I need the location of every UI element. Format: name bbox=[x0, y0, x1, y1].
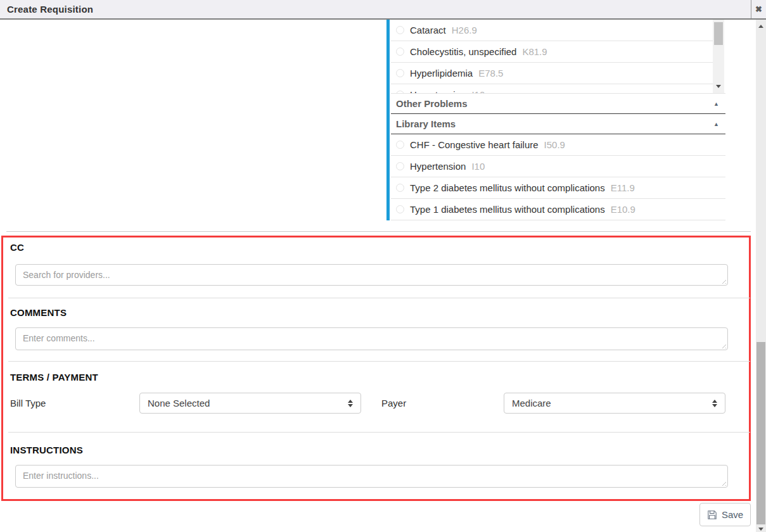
collapse-icon[interactable]: ▲ bbox=[713, 121, 719, 127]
problem-code: E78.5 bbox=[478, 68, 503, 79]
problem-code: E11.9 bbox=[611, 182, 635, 193]
radio-icon[interactable] bbox=[396, 69, 404, 77]
instructions-label: INSTRUCTIONS bbox=[10, 445, 83, 455]
library-item-row[interactable]: CHF - Congestive heart failure I50.9 bbox=[391, 134, 725, 156]
scroll-up-icon[interactable] bbox=[758, 25, 763, 28]
problem-list-panel: Cataract H26.9 Cholecystitis, unspecifie… bbox=[386, 20, 725, 221]
comments-textarea[interactable] bbox=[15, 327, 728, 350]
problem-row[interactable]: Hypertension I10 bbox=[391, 84, 713, 93]
problem-label: Cataract bbox=[410, 25, 446, 35]
save-floppy-icon bbox=[707, 510, 717, 520]
problem-code: E10.9 bbox=[611, 204, 635, 215]
list-scrollbar[interactable] bbox=[713, 20, 724, 93]
accent-bar bbox=[386, 20, 390, 220]
section-label: Library Items bbox=[396, 118, 456, 129]
radio-icon[interactable] bbox=[396, 26, 404, 34]
problem-code: K81.9 bbox=[522, 46, 547, 57]
problem-label: Cholecystitis, unspecified bbox=[410, 46, 516, 57]
instructions-textarea[interactable] bbox=[15, 465, 728, 488]
collapse-icon[interactable]: ▲ bbox=[713, 101, 719, 107]
bill-type-select[interactable]: None Selected bbox=[139, 393, 361, 414]
problem-row[interactable]: Cholecystitis, unspecified K81.9 bbox=[391, 41, 713, 63]
form-divider bbox=[8, 432, 750, 433]
radio-icon[interactable] bbox=[396, 141, 404, 149]
library-item-row[interactable]: Hypertension I10 bbox=[391, 156, 725, 177]
modal-header: Create Requisition bbox=[0, 0, 766, 20]
list-scrollbar-thumb[interactable] bbox=[714, 22, 723, 45]
cc-input[interactable] bbox=[15, 264, 728, 286]
form-divider bbox=[8, 298, 750, 298]
terms-payment-label: TERMS / PAYMENT bbox=[10, 372, 98, 383]
page-scrollbar[interactable] bbox=[756, 20, 766, 532]
bill-type-value: None Selected bbox=[148, 398, 210, 408]
page-scrollbar-thumb[interactable] bbox=[756, 342, 765, 524]
radio-icon[interactable] bbox=[396, 205, 404, 213]
cc-label: CC bbox=[10, 242, 24, 253]
close-button[interactable]: ✖ bbox=[751, 0, 766, 18]
comments-label: COMMENTS bbox=[10, 307, 67, 318]
problem-label: Hyperlipidemia bbox=[410, 68, 473, 79]
modal-title: Create Requisition bbox=[0, 4, 93, 15]
requisition-form-highlight: CC COMMENTS TERMS / PAYMENT Bill Type No… bbox=[1, 236, 751, 501]
bill-type-label: Bill Type bbox=[10, 398, 46, 408]
save-button-label: Save bbox=[722, 509, 743, 520]
problem-row[interactable]: Cataract H26.9 bbox=[391, 20, 713, 41]
select-arrows-icon bbox=[712, 400, 717, 407]
section-library-items[interactable]: Library Items ▲ bbox=[391, 114, 725, 134]
problem-label: Hypertension bbox=[410, 161, 466, 172]
section-other-problems[interactable]: Other Problems ▲ bbox=[391, 94, 725, 114]
payer-value: Medicare bbox=[512, 398, 551, 408]
scroll-down-icon[interactable] bbox=[758, 528, 763, 531]
radio-icon[interactable] bbox=[396, 184, 404, 192]
radio-icon[interactable] bbox=[396, 162, 404, 170]
problem-code: I50.9 bbox=[544, 139, 565, 150]
scroll-down-icon[interactable] bbox=[716, 85, 721, 88]
form-divider bbox=[8, 361, 750, 362]
select-arrows-icon bbox=[348, 400, 353, 407]
problem-label: Type 2 diabetes mellitus without complic… bbox=[410, 182, 605, 193]
problem-row[interactable]: Hyperlipidemia E78.5 bbox=[391, 63, 713, 84]
radio-icon[interactable] bbox=[396, 48, 404, 56]
problem-code: I10 bbox=[471, 161, 485, 172]
save-button[interactable]: Save bbox=[699, 503, 751, 526]
problem-code: H26.9 bbox=[452, 25, 477, 35]
create-requisition-modal: Create Requisition ✖ Cataract H26.9 Chol… bbox=[0, 0, 766, 532]
problem-label: CHF - Congestive heart failure bbox=[410, 139, 539, 150]
library-item-row[interactable]: Type 2 diabetes mellitus without complic… bbox=[391, 177, 725, 199]
section-label: Other Problems bbox=[396, 98, 468, 109]
problems-scroll-area[interactable]: Cataract H26.9 Cholecystitis, unspecifie… bbox=[391, 20, 713, 93]
close-icon: ✖ bbox=[755, 4, 762, 14]
section-divider bbox=[6, 231, 751, 232]
problem-sections: Other Problems ▲ Library Items ▲ CHF - C… bbox=[391, 93, 725, 220]
payer-select[interactable]: Medicare bbox=[504, 393, 725, 414]
payer-label: Payer bbox=[381, 398, 406, 408]
library-item-row[interactable]: Type 1 diabetes mellitus without complic… bbox=[391, 199, 725, 220]
problem-label: Type 1 diabetes mellitus without complic… bbox=[410, 204, 605, 215]
